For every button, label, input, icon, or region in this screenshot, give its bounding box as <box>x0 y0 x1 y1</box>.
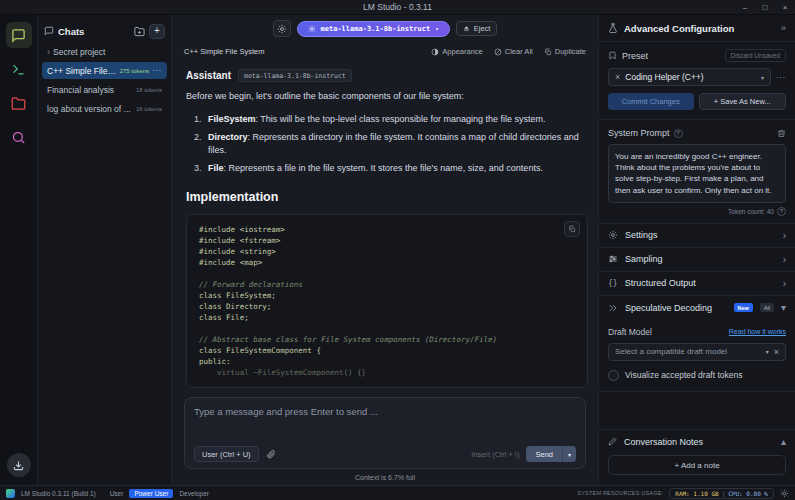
fast-forward-icon <box>608 303 618 313</box>
preset-label: Preset <box>622 51 720 61</box>
gear-icon <box>608 230 618 240</box>
appearance-icon <box>431 48 439 56</box>
duplicate-button[interactable]: Duplicate <box>544 47 586 56</box>
code-line: class Directory; <box>199 301 575 312</box>
list-term: File <box>208 163 224 173</box>
clear-all-button[interactable]: Clear All <box>494 47 533 56</box>
window-controls: – □ × <box>735 0 795 14</box>
role-selector-button[interactable]: User (Ctrl + U) <box>194 446 259 462</box>
visualize-tokens-toggle[interactable] <box>608 370 619 381</box>
insert-hint[interactable]: Insert (Ctrl + I) <box>471 450 519 459</box>
list-text: : This will be the top-level class respo… <box>256 114 546 124</box>
app-version: LM Studio 0.3.11 (Build 1) <box>21 490 96 497</box>
section-settings[interactable]: Settings › <box>599 224 795 248</box>
nav-my-models-button[interactable] <box>6 90 32 116</box>
chat-main: meta-llama-3.1-8b-instruct ▾ Eject C++ S… <box>172 15 599 485</box>
chevron-down-icon: ▾ <box>766 348 769 355</box>
commit-changes-button[interactable]: Commit Changes <box>608 93 694 110</box>
minimize-button[interactable]: – <box>735 0 755 14</box>
system-prompt-input[interactable]: You are an incredibly good C++ engineer.… <box>608 144 786 203</box>
section-structured-output[interactable]: {} Structured Output › <box>599 272 795 296</box>
attach-file-button[interactable] <box>266 449 276 459</box>
draft-model-selector[interactable]: Select a compatible draft model ▾ × <box>608 343 786 361</box>
new-chat-button[interactable]: + <box>149 24 165 39</box>
send-button[interactable]: Send ▾ <box>526 446 576 462</box>
send-options-caret[interactable]: ▾ <box>562 446 576 462</box>
copy-code-button[interactable] <box>564 221 580 237</box>
trash-icon <box>777 129 786 138</box>
flask-icon <box>608 23 618 33</box>
maximize-button[interactable]: □ <box>755 0 775 14</box>
code-line: class FileSystem; <box>199 290 575 301</box>
chevron-down-icon: ▾ <box>761 74 764 81</box>
sidebar-chat-financial-analysis[interactable]: Financial analysis 18 tokens <box>42 81 167 98</box>
mode-developer[interactable]: Developer <box>179 490 209 497</box>
sidebar-folder-secret-project[interactable]: › Secret project <box>42 43 167 60</box>
ram-usage: RAM: 1.10 GB <box>675 490 718 497</box>
loaded-model-selector[interactable]: meta-llama-3.1-8b-instruct ▾ <box>297 21 450 37</box>
delete-prompt-button[interactable] <box>777 129 786 138</box>
section-sampling[interactable]: Sampling › <box>599 248 795 272</box>
settings-button[interactable] <box>780 489 789 498</box>
code-line: class FileSystemComponent { <box>199 345 575 356</box>
panel-header: Advanced Configuration » <box>599 15 795 42</box>
section-label: Structured Output <box>625 278 776 288</box>
terminal-icon <box>11 62 26 77</box>
status-bar: LM Studio 0.3.11 (Build 1) User Power Us… <box>0 485 795 500</box>
sidebar-chat-cpp-file-system[interactable]: C++ Simple File System 275 tokens ··· <box>42 62 167 79</box>
list-item: 1. FileSystem: This will be the top-leve… <box>194 113 588 126</box>
add-note-button[interactable]: + Add a note <box>608 455 786 475</box>
appearance-button[interactable]: Appearance <box>431 47 482 56</box>
chat-menu-icon[interactable]: ··· <box>152 67 162 74</box>
mode-user[interactable]: User <box>110 490 124 497</box>
downloads-button[interactable] <box>7 453 31 477</box>
sidebar-chat-log-version[interactable]: log about version of ... 16 tokens <box>42 100 167 117</box>
message-input[interactable] <box>194 406 576 417</box>
code-line: public: <box>199 356 575 367</box>
clear-draft-icon[interactable]: × <box>774 347 779 357</box>
conversation-notes-header[interactable]: Conversation Notes ▴ <box>599 429 795 453</box>
discard-unsaved-button[interactable]: Discard Unsaved <box>725 49 787 62</box>
help-icon[interactable]: ? <box>674 129 683 138</box>
chat-transcript[interactable]: Assistant meta-llama-3.1-8b-instruct Bef… <box>172 61 598 391</box>
chats-title: Chats <box>58 26 130 37</box>
code-line: // Abstract base class for File System c… <box>199 334 575 345</box>
eject-model-button[interactable]: Eject <box>456 21 498 36</box>
appearance-label: Appearance <box>442 47 482 56</box>
new-badge: New <box>734 303 753 312</box>
preset-selector[interactable]: × Coding Helper (C++) ▾ <box>608 68 771 86</box>
mode-power-user[interactable]: Power User <box>129 489 173 498</box>
clear-preset-icon[interactable]: × <box>615 72 620 82</box>
gear-icon <box>277 24 287 34</box>
send-label: Send <box>526 446 562 462</box>
clear-icon <box>494 48 502 56</box>
nav-developer-button[interactable] <box>6 56 32 82</box>
close-button[interactable]: × <box>775 0 795 14</box>
user-mode-switcher: User Power User Developer <box>110 489 209 498</box>
resources-label: SYSTEM RESOURCES USAGE: <box>577 490 663 496</box>
new-folder-button[interactable] <box>134 26 145 37</box>
collapse-panel-icon[interactable]: » <box>781 23 786 33</box>
eject-icon <box>463 25 470 32</box>
nav-discover-button[interactable] <box>6 124 32 150</box>
info-icon[interactable]: ? <box>777 207 786 216</box>
resources-meter: RAM: 1.10 GB | CPU: 0.00 % <box>669 488 774 499</box>
save-as-new-button[interactable]: + Save As New... <box>699 93 787 110</box>
nav-chat-button[interactable] <box>6 22 32 48</box>
message-input-box[interactable]: User (Ctrl + U) Insert (Ctrl + I) Send ▾ <box>184 397 586 469</box>
advanced-config-panel: Advanced Configuration » Preset Discard … <box>599 15 795 485</box>
model-gear-icon <box>308 25 316 33</box>
eject-label: Eject <box>474 24 491 33</box>
all-badge[interactable]: All <box>760 303 774 312</box>
context-usage-status: Context is 6.7% full <box>184 474 586 481</box>
code-block: #include <iostream> #include <fstream> #… <box>186 214 588 388</box>
visualize-tokens-label: Visualize accepted draft tokens <box>625 370 743 380</box>
model-settings-button[interactable] <box>273 20 291 37</box>
chevron-down-icon: ▾ <box>781 302 786 313</box>
preset-menu-icon[interactable]: ··· <box>776 74 786 81</box>
loaded-model-name: meta-llama-3.1-8b-instruct <box>321 25 431 33</box>
section-speculative-decoding[interactable]: Speculative Decoding New All ▾ <box>599 296 795 320</box>
message-intro: Before we begin, let's outline the basic… <box>186 90 588 104</box>
read-how-it-works-link[interactable]: Read how it works <box>729 328 786 335</box>
code-line: #include <fstream> <box>199 235 575 246</box>
